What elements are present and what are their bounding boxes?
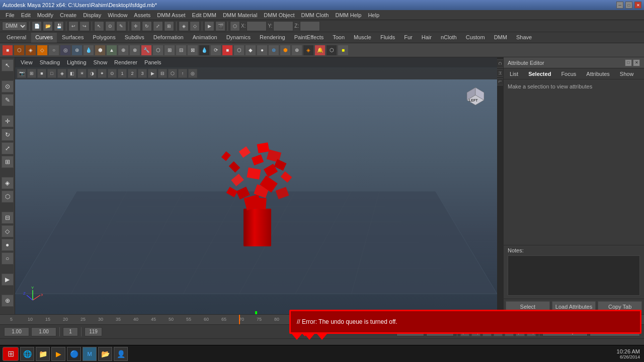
shelf-icon-28[interactable]: 🔔 — [314, 45, 326, 56]
viewport[interactable]: View Shading Lighting Show Renderer Pane… — [15, 57, 497, 314]
shelf-icon-7[interactable]: ⊛ — [71, 45, 83, 56]
navigation-cube[interactable]: LEFT — [462, 82, 490, 110]
shelf-icon-12[interactable]: ⊗ — [129, 45, 140, 56]
tab-subdivs[interactable]: Subdivs — [121, 33, 148, 43]
select-tool-btn[interactable]: ↖ — [94, 21, 104, 31]
vp-xray[interactable]: ✦ — [98, 69, 107, 78]
vp-wire[interactable]: □ — [47, 69, 56, 78]
vp-shadow[interactable]: ◑ — [88, 69, 97, 78]
shelf-icon-3[interactable]: ◈ — [25, 45, 36, 56]
shelf-icon-29[interactable]: ⬡ — [326, 45, 337, 56]
shelf-icon-14[interactable]: ⬡ — [152, 45, 164, 56]
shelf-icon-13[interactable]: 🔧 — [141, 45, 152, 56]
menu-edit[interactable]: Edit — [18, 11, 34, 19]
universal-tool[interactable]: ⊞ — [2, 156, 14, 168]
select-tool[interactable]: ↖ — [2, 59, 14, 71]
x-field[interactable] — [247, 21, 267, 31]
taskbar-ie[interactable]: 🌐 — [20, 347, 34, 361]
notes-textarea[interactable] — [508, 255, 640, 296]
attr-tab-selected[interactable]: Selected — [524, 70, 555, 78]
snap-point[interactable]: ● — [2, 239, 14, 251]
attr-tab-help[interactable]: Help — [639, 70, 644, 78]
transform-btn[interactable]: ⊞ — [164, 21, 174, 31]
soft-select[interactable]: ◈ — [2, 177, 14, 189]
tab-deformation[interactable]: Deformation — [149, 33, 188, 43]
shelf-icon-23[interactable]: ● — [257, 45, 268, 56]
move-btn[interactable]: ✛ — [131, 21, 141, 31]
tab-dmm[interactable]: DMM — [490, 33, 511, 43]
tab-general[interactable]: General — [3, 33, 30, 43]
shelf-icon-25[interactable]: ⬢ — [280, 45, 291, 56]
menu-create[interactable]: Create — [57, 11, 79, 19]
attr-tab-focus[interactable]: Focus — [557, 70, 580, 78]
taskbar-person[interactable]: 👤 — [114, 347, 128, 361]
tab-rendering[interactable]: Rendering — [256, 33, 289, 43]
tab-dynamics[interactable]: Dynamics — [222, 33, 255, 43]
shelf-icon-30[interactable]: ■ — [338, 45, 349, 56]
scale-btn[interactable]: ⤢ — [153, 21, 163, 31]
tab-muscle[interactable]: Muscle — [350, 33, 375, 43]
taskbar-maya[interactable]: M — [83, 347, 97, 361]
shelf-icon-26[interactable]: ⊕ — [291, 45, 302, 56]
vp-menu-renderer[interactable]: Renderer — [111, 58, 140, 66]
max-frame-input[interactable] — [85, 327, 102, 336]
tab-curves[interactable]: Curves — [31, 33, 57, 43]
ipr-btn[interactable]: 🎬 — [215, 21, 225, 31]
shelf-icon-4[interactable]: ◇ — [37, 45, 48, 56]
snap-curve[interactable]: ◇ — [2, 225, 14, 237]
lasso-tool-btn[interactable]: ⊙ — [105, 21, 115, 31]
shelf-icon-6[interactable]: ◎ — [60, 45, 71, 56]
playhead[interactable] — [239, 315, 240, 325]
render-btn[interactable]: ▶ — [204, 21, 214, 31]
shelf-icon-22[interactable]: ◆ — [245, 45, 256, 56]
menu-dmm-material[interactable]: DMM Material — [220, 11, 260, 19]
menu-display[interactable]: Display — [80, 11, 104, 19]
vp-menu-lighting[interactable]: Lighting — [64, 58, 90, 66]
taskbar-wmp[interactable]: ▶ — [51, 347, 65, 361]
show-manip[interactable]: ⬡ — [2, 191, 14, 203]
vp-resolution-3[interactable]: 3 — [138, 69, 147, 78]
shelf-icon-11[interactable]: ⊕ — [118, 45, 129, 56]
menu-dmm-object[interactable]: DMM Object — [261, 11, 297, 19]
vp-menu-panels[interactable]: Panels — [141, 58, 165, 66]
shelf-icon-8[interactable]: 💧 — [83, 45, 94, 56]
menu-dmm-asset[interactable]: DMM Asset — [154, 11, 188, 19]
tab-fluids[interactable]: Fluids — [376, 33, 399, 43]
vp-isolate[interactable]: ⊙ — [108, 69, 117, 78]
camera-tool[interactable]: ⊕ — [2, 295, 14, 307]
menu-file[interactable]: File — [3, 11, 18, 19]
shelf-icon-17[interactable]: ⊠ — [187, 45, 198, 56]
tab-painteffects[interactable]: PaintEffects — [290, 33, 328, 43]
shelf-icon-9[interactable]: ⬢ — [95, 45, 106, 56]
attr-tab-show[interactable]: Show — [616, 70, 638, 78]
vp-solid[interactable]: ■ — [37, 69, 46, 78]
tab-toon[interactable]: Toon — [329, 33, 349, 43]
taskbar-explorer[interactable]: 📁 — [36, 347, 50, 361]
display-layer-btn[interactable]: ⬡ — [230, 21, 240, 31]
vp-backface[interactable]: ◎ — [188, 69, 197, 78]
sculpt-btn[interactable]: ◇ — [190, 21, 200, 31]
vp-camera[interactable]: 📷 — [17, 69, 26, 78]
render-region[interactable]: ▶ — [2, 274, 14, 286]
scale-tool[interactable]: ⤢ — [2, 142, 14, 154]
soft-mod-btn[interactable]: ◈ — [179, 21, 189, 31]
shelf-icon-20[interactable]: ■ — [222, 45, 233, 56]
vp-hud[interactable]: ⊟ — [158, 69, 167, 78]
undo-btn[interactable]: ↩ — [68, 21, 78, 31]
start-time2-input[interactable] — [31, 327, 56, 336]
tab-surfaces[interactable]: Surfaces — [58, 33, 88, 43]
menu-dmm-cloth[interactable]: DMM Cloth — [298, 11, 332, 19]
shelf-icon-5[interactable]: ○ — [48, 45, 59, 56]
workspace-select[interactable]: DMM — [2, 22, 27, 31]
shelf-icon-2[interactable]: ⬡ — [14, 45, 25, 56]
shelf-icon-24[interactable]: ⊛ — [268, 45, 279, 56]
y-field[interactable] — [273, 21, 293, 31]
shelf-icon-10[interactable]: ▲ — [106, 45, 117, 56]
shelf-icon-21[interactable]: ⬡ — [233, 45, 245, 56]
paint-tool[interactable]: ✎ — [2, 94, 14, 106]
frame-input[interactable] — [63, 327, 78, 336]
redo-btn[interactable]: ↪ — [79, 21, 90, 31]
menu-edit-dmm[interactable]: Edit DMM — [189, 11, 219, 19]
open-btn[interactable]: 📂 — [43, 21, 53, 31]
vp-menu-shading[interactable]: Shading — [37, 58, 63, 66]
